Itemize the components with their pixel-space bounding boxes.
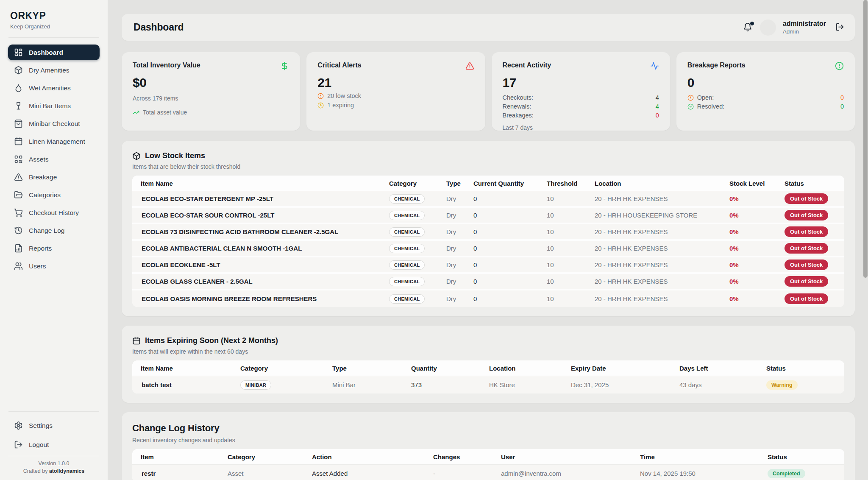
alert-circle-icon: [317, 93, 324, 99]
app-tagline: Keep Organized: [10, 23, 97, 30]
sidebar-item-settings[interactable]: Settings: [8, 418, 100, 433]
cell-location: 20 - HRH HK EXPENSES: [586, 261, 721, 268]
users-icon: [14, 262, 23, 271]
cell-threshold: 10: [538, 245, 586, 252]
card-footnote-text: Last 7 days: [503, 124, 659, 131]
app-root: ORKYP Keep Organized Dashboard Dry Ameni…: [0, 0, 868, 480]
sidebar-item-linen-management[interactable]: Linen Management: [8, 134, 100, 149]
stat-value: 0: [656, 112, 659, 119]
user-name: administrator: [783, 20, 826, 28]
category-badge: CHEMICAL: [389, 260, 425, 270]
card-title: Breakage Reports: [687, 61, 746, 69]
sidebar-item-breakage[interactable]: Breakage: [8, 169, 100, 185]
notification-dot: [750, 22, 754, 25]
category-badge: CHEMICAL: [389, 294, 425, 304]
sidebar-item-users[interactable]: Users: [8, 258, 100, 274]
cell-stock-level: 0%: [721, 195, 776, 202]
column-header: Time: [632, 453, 759, 460]
sidebar-item-wet-amenities[interactable]: Wet Amenities: [8, 80, 100, 96]
category-badge: CHEMICAL: [389, 194, 425, 204]
logout-button[interactable]: [835, 22, 846, 33]
table-row[interactable]: ECOLAB ECO-STAR SOUR CONTROL -25LT CHEMI…: [132, 208, 844, 224]
sidebar-item-label: Categories: [29, 191, 61, 199]
cell-category: CHEMICAL: [381, 194, 438, 204]
card-recent-activity: Recent Activity 17 Checkouts: 4 Renewals…: [492, 52, 670, 131]
wine-icon: [14, 101, 23, 110]
sidebar-item-dry-amenities[interactable]: Dry Amenities: [8, 62, 100, 78]
card-total-inventory-value: Total Inventory Value $0 Across 179 item…: [122, 52, 300, 131]
sidebar-item-checkout-history[interactable]: Checkout History: [8, 205, 100, 220]
table-row[interactable]: ECOLAB ECOKLENE -5LT CHEMICAL Dry 0 10 2…: [132, 257, 844, 274]
stat-cards: Total Inventory Value $0 Across 179 item…: [122, 52, 855, 131]
sidebar-item-mini-bar-items[interactable]: Mini Bar Items: [8, 98, 100, 114]
sidebar-item-label: Dry Amenities: [29, 67, 70, 74]
sidebar-item-reports[interactable]: Reports: [8, 240, 100, 256]
cell-type: Dry: [438, 295, 465, 302]
table-row[interactable]: restr Asset Asset Added - admin@inventra…: [132, 465, 844, 480]
cell-stock-level: 0%: [721, 278, 776, 285]
cell-location: 20 - HRH HK EXPENSES: [586, 195, 721, 202]
cell-type: Dry: [438, 228, 465, 235]
cell-stock-level: 0%: [721, 245, 776, 252]
cell-item: restr: [132, 470, 219, 477]
column-header: Days Left: [671, 365, 758, 372]
sidebar-item-dashboard[interactable]: Dashboard: [8, 45, 100, 60]
column-header: Status: [759, 453, 844, 460]
cell-status: Out of Stock: [776, 293, 844, 304]
sidebar-item-assets[interactable]: Assets: [8, 151, 100, 167]
sidebar-item-label: Dashboard: [29, 49, 63, 56]
scrollbar[interactable]: [863, 0, 868, 480]
table-row[interactable]: batch test MINIBAR Mini Bar 373 HK Store…: [132, 376, 844, 393]
card-footnote-text: Total asset value: [143, 109, 187, 116]
table-row[interactable]: ECOLAB ECO-STAR DETERGENT MP -25LT CHEMI…: [132, 191, 844, 208]
crafted-prefix: Crafted by: [23, 468, 48, 474]
table-row[interactable]: ECOLAB GLASS CLEANER - 2.5GAL CHEMICAL D…: [132, 274, 844, 290]
stat-row: Renewals: 4: [503, 103, 659, 110]
card-critical-alerts: Critical Alerts 21 20 low stock 1 expiri…: [306, 52, 485, 131]
table-row[interactable]: ECOLAB 73 DISINFECTING ACID BATHROOM CLE…: [132, 224, 844, 241]
section-subtitle: Items that are below their stock thresho…: [132, 163, 844, 170]
settings-icon: [14, 421, 23, 430]
status-badge: Completed: [768, 469, 805, 478]
column-header: Threshold: [538, 180, 586, 187]
column-header: Location: [586, 180, 721, 187]
table-header-row: Item NameCategoryTypeQuantityLocationExp…: [132, 360, 844, 376]
cell-stock-level: 0%: [721, 261, 776, 268]
cell-status: Out of Stock: [776, 260, 844, 270]
sidebar-item-logout[interactable]: Logout: [8, 437, 100, 452]
avatar[interactable]: [760, 20, 776, 36]
activity-icon: [650, 61, 659, 70]
calendar-icon: [132, 337, 141, 345]
alert-triangle-icon: [465, 61, 474, 70]
low-stock-table: Item NameCategoryTypeCurrent QuantityThr…: [132, 176, 844, 307]
cell-item-name: ECOLAB OASIS MORNING BREEZE ROOM REFRESH…: [132, 295, 381, 302]
scrollbar-thumb[interactable]: [863, 0, 868, 278]
status-badge: Out of Stock: [785, 226, 828, 237]
cell-location: 20 - HRH HK EXPENSES: [586, 278, 721, 285]
low-stock-section: Low Stock Items Items that are below the…: [122, 141, 855, 316]
notifications-button[interactable]: [743, 22, 753, 33]
sidebar-item-label: Assets: [29, 156, 49, 163]
sidebar-item-categories[interactable]: Categories: [8, 187, 100, 203]
cell-item-name: batch test: [132, 381, 232, 388]
cell-changes: -: [425, 470, 492, 477]
cell-current-quantity: 0: [465, 295, 538, 302]
cell-status: Out of Stock: [776, 276, 844, 287]
category-badge: CHEMICAL: [389, 227, 425, 237]
stat-label: Resolved:: [697, 103, 724, 110]
cell-threshold: 10: [538, 212, 586, 219]
status-badge: Out of Stock: [785, 210, 828, 220]
changelog-section: Change Log History Recent inventory chan…: [122, 412, 855, 480]
topbar-right: administrator Admin: [743, 20, 846, 36]
table-row[interactable]: ECOLAB OASIS MORNING BREEZE ROOM REFRESH…: [132, 290, 844, 307]
cell-threshold: 10: [538, 295, 586, 302]
cell-status: Out of Stock: [776, 193, 844, 204]
cell-category: CHEMICAL: [381, 227, 438, 237]
cell-status: Out of Stock: [776, 226, 844, 237]
table-row[interactable]: ECOLAB ANTIBACTERIAL CLEAN N SMOOTH -1GA…: [132, 241, 844, 257]
cell-quantity: 373: [403, 381, 481, 388]
sidebar-item-minibar-checkout[interactable]: Minibar Checkout: [8, 116, 100, 131]
column-header: Stock Level: [721, 180, 776, 187]
sidebar-item-change-log[interactable]: Change Log: [8, 223, 100, 238]
cell-category: MINIBAR: [232, 380, 324, 390]
